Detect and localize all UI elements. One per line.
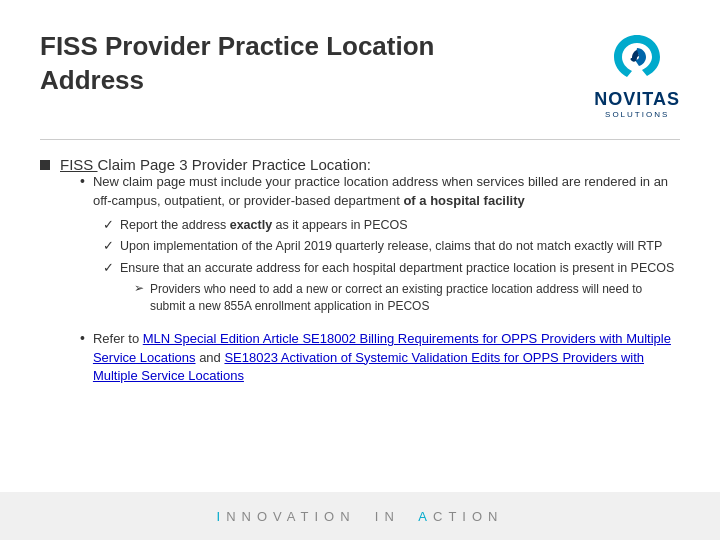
refer-to-text: Refer to bbox=[93, 331, 143, 346]
check-3: ✓ bbox=[103, 260, 114, 275]
footer-v: V bbox=[273, 509, 287, 524]
sub-item-2: ✓ Upon implementation of the April 2019 … bbox=[103, 238, 680, 256]
bullet-item-1: • New claim page must include your pract… bbox=[80, 173, 680, 322]
footer-accent-i: I bbox=[217, 509, 227, 524]
footer-i3: I bbox=[462, 509, 472, 524]
title-line1: FISS Provider Practice Location bbox=[40, 31, 434, 61]
section-bullet bbox=[40, 160, 50, 170]
footer-n: N bbox=[226, 509, 241, 524]
footer: INNOVATION IN ACTION bbox=[0, 492, 720, 540]
slide-title: FISS Provider Practice Location Address bbox=[40, 30, 434, 98]
logo-subtitle: SOLUTIONS bbox=[605, 110, 669, 119]
footer-o3: O bbox=[472, 509, 488, 524]
arrow-1: ➢ bbox=[134, 281, 144, 295]
footer-in2: N bbox=[384, 509, 399, 524]
sub-sub-text-1: Providers who need to add a new or corre… bbox=[150, 281, 680, 315]
bullet-list: • New claim page must include your pract… bbox=[60, 173, 680, 386]
footer-a2: A bbox=[418, 509, 433, 524]
sub-text-2: Upon implementation of the April 2019 qu… bbox=[120, 238, 662, 256]
fiss-link[interactable]: FISS bbox=[60, 156, 98, 173]
footer-a: A bbox=[287, 509, 301, 524]
bullet-1-text: New claim page must include your practic… bbox=[93, 173, 680, 211]
sub-item-3-content: Ensure that an accurate address for each… bbox=[120, 260, 680, 318]
bullet-2-content: Refer to MLN Special Edition Article SE1… bbox=[93, 330, 680, 387]
footer-i2: I bbox=[314, 509, 324, 524]
slide-header: FISS Provider Practice Location Address … bbox=[40, 30, 680, 119]
bullet-2-dot: • bbox=[80, 330, 85, 346]
bullet-item-2: • Refer to MLN Special Edition Article S… bbox=[80, 330, 680, 387]
main-section: FISS Claim Page 3 Provider Practice Loca… bbox=[40, 156, 680, 394]
bullet-1-dot: • bbox=[80, 173, 85, 189]
sub-text-3: Ensure that an accurate address for each… bbox=[120, 260, 680, 278]
sub-sub-list: ➢ Providers who need to add a new or cor… bbox=[134, 281, 680, 315]
footer-n2: N bbox=[340, 509, 355, 524]
bold-text: of a hospital facility bbox=[403, 193, 524, 208]
logo-text: NOVITAS bbox=[594, 89, 680, 110]
sub-sub-item-1: ➢ Providers who need to add a new or cor… bbox=[134, 281, 680, 315]
title-line2: Address bbox=[40, 65, 144, 95]
sub-text-1: Report the address exactly as it appears… bbox=[120, 217, 408, 235]
sub-item-3: ✓ Ensure that an accurate address for ea… bbox=[103, 260, 680, 318]
novitas-logo-icon bbox=[612, 30, 662, 85]
footer-n3: N bbox=[488, 509, 503, 524]
slide: FISS Provider Practice Location Address … bbox=[0, 0, 720, 540]
exactly-bold: exactly bbox=[230, 218, 272, 232]
footer-o2: O bbox=[324, 509, 340, 524]
and-text: and bbox=[196, 350, 225, 365]
footer-o: O bbox=[257, 509, 273, 524]
bullet-1-content: New claim page must include your practic… bbox=[93, 173, 680, 322]
check-2: ✓ bbox=[103, 238, 114, 253]
section-content: FISS Claim Page 3 Provider Practice Loca… bbox=[60, 156, 680, 394]
divider bbox=[40, 139, 680, 140]
footer-t2: T bbox=[448, 509, 462, 524]
sub-list: ✓ Report the address exactly as it appea… bbox=[103, 217, 680, 318]
check-1: ✓ bbox=[103, 217, 114, 232]
footer-c: C bbox=[433, 509, 448, 524]
footer-n2: N bbox=[242, 509, 257, 524]
section-title: FISS Claim Page 3 Provider Practice Loca… bbox=[60, 156, 680, 173]
footer-in: I bbox=[375, 509, 385, 524]
footer-t: T bbox=[300, 509, 314, 524]
logo: NOVITAS SOLUTIONS bbox=[594, 30, 680, 119]
footer-text: INNOVATION IN ACTION bbox=[217, 509, 504, 524]
section-title-rest: Claim Page 3 Provider Practice Location: bbox=[98, 156, 371, 173]
sub-item-1: ✓ Report the address exactly as it appea… bbox=[103, 217, 680, 235]
